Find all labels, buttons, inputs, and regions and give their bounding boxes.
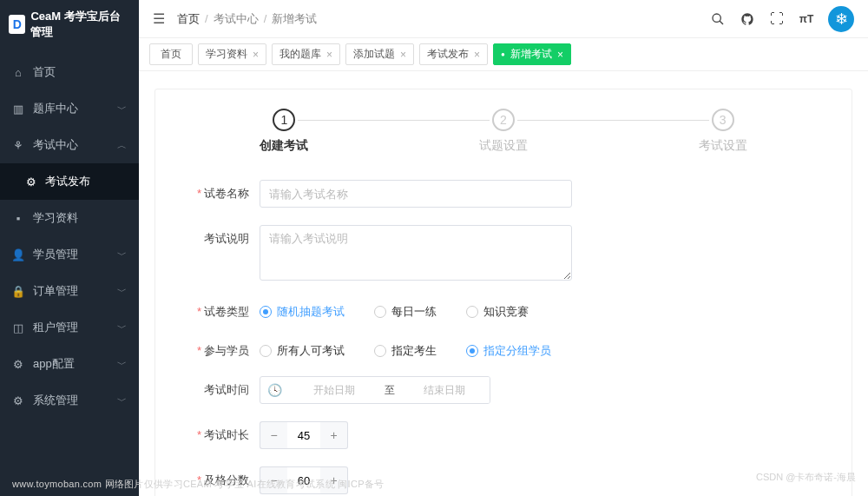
tab-new-exam[interactable]: ●新增考试× xyxy=(493,43,571,65)
chevron-down-icon: ﹀ xyxy=(117,394,127,407)
step-title: 创建考试 xyxy=(260,138,308,154)
main: ☰ 首页 / 考试中心 / 新增考试 ⛶ πT ❄ xyxy=(139,0,868,496)
tab-add-question[interactable]: 添加试题× xyxy=(345,43,414,65)
close-icon[interactable]: × xyxy=(253,49,259,61)
tab-home[interactable]: 首页 xyxy=(149,43,193,65)
step-circle: 1 xyxy=(273,109,295,131)
radio-icon xyxy=(466,345,478,357)
radio-group-students[interactable]: 指定分组学员 xyxy=(466,343,551,359)
pass-score-input[interactable] xyxy=(287,466,320,494)
radio-label: 每日一练 xyxy=(391,304,437,320)
sidebar-item-label: 题库中心 xyxy=(33,101,78,116)
sidebar-subitem-exam-publish[interactable]: ⚙ 考试发布 xyxy=(0,163,139,200)
gear-icon: ⚙ xyxy=(12,394,24,407)
sidebar-menu: ⌂首页 ▥题库中心 ﹀ ⚘考试中心 ︿ ⚙ 考试发布 ▪学习资料 👤学员管理 xyxy=(0,49,139,419)
radio-random-exam[interactable]: 随机抽题考试 xyxy=(260,304,345,320)
sidebar-item-label: 首页 xyxy=(33,64,56,80)
decrease-button[interactable]: − xyxy=(260,466,287,494)
end-date-input[interactable] xyxy=(400,377,490,403)
sidebar-item-label: app配置 xyxy=(33,356,75,372)
font-size-icon[interactable]: πT xyxy=(799,11,814,27)
label-exam-type: 试卷类型 xyxy=(187,298,260,320)
exam-icon: ⚘ xyxy=(12,139,24,151)
sidebar-item-home[interactable]: ⌂首页 xyxy=(0,54,139,90)
brand-logo-icon: D xyxy=(9,15,25,34)
search-icon[interactable] xyxy=(710,11,726,27)
sidebar-item-label: 学员管理 xyxy=(33,247,78,262)
radio-icon xyxy=(374,306,386,318)
clock-icon: 🕓 xyxy=(260,383,289,397)
close-icon[interactable]: × xyxy=(557,49,563,61)
collapse-sidebar-button[interactable]: ☰ xyxy=(153,10,165,27)
breadcrumb-home[interactable]: 首页 xyxy=(177,11,200,27)
radio-label: 知识竞赛 xyxy=(483,304,529,320)
radio-knowledge-contest[interactable]: 知识竞赛 xyxy=(466,304,529,320)
sidebar-item-label: 考试中心 xyxy=(33,137,78,153)
tab-label: 考试发布 xyxy=(427,47,469,62)
sidebar-item-label: 订单管理 xyxy=(33,283,78,299)
increase-button[interactable]: + xyxy=(320,466,348,494)
sidebar-item-app-config[interactable]: ⚙app配置 ﹀ xyxy=(0,346,139,382)
step-2[interactable]: 2 试题设置 xyxy=(394,109,614,154)
dashboard-icon: ⌂ xyxy=(12,66,24,78)
radio-all-can-exam[interactable]: 所有人可考试 xyxy=(260,343,345,359)
start-date-input[interactable] xyxy=(289,377,379,403)
date-range-picker[interactable]: 🕓 至 xyxy=(260,376,490,404)
avatar[interactable]: ❄ xyxy=(828,6,854,32)
sidebar-subitem-label: 考试发布 xyxy=(45,174,90,189)
sidebar-item-students[interactable]: 👤学员管理 ﹀ xyxy=(0,236,139,273)
chevron-up-icon: ︿ xyxy=(117,139,127,152)
label-participants: 参与学员 xyxy=(187,337,260,359)
radio-icon xyxy=(260,306,272,318)
brand: D CeaM 考学宝后台管理 xyxy=(0,0,139,49)
radio-icon xyxy=(260,345,272,357)
step-circle: 3 xyxy=(712,109,734,131)
chevron-down-icon: ﹀ xyxy=(117,358,127,371)
breadcrumb-sep: / xyxy=(264,12,267,25)
duration-input[interactable] xyxy=(287,421,320,449)
tab-exam-publish[interactable]: 考试发布× xyxy=(419,43,488,65)
breadcrumb-item[interactable]: 考试中心 xyxy=(214,11,259,27)
label-duration: 考试时长 xyxy=(187,421,260,443)
github-icon[interactable] xyxy=(740,11,755,27)
close-icon[interactable]: × xyxy=(474,49,480,61)
decrease-button[interactable]: − xyxy=(260,421,287,449)
duration-stepper: − + xyxy=(260,421,348,449)
sidebar-item-orders[interactable]: 🔒订单管理 ﹀ xyxy=(0,273,139,309)
chevron-down-icon: ﹀ xyxy=(117,103,127,116)
radio-label: 指定考生 xyxy=(391,343,437,359)
step-1[interactable]: 1 创建考试 xyxy=(174,109,394,154)
increase-button[interactable]: + xyxy=(320,421,348,449)
radio-specific-candidates[interactable]: 指定考生 xyxy=(374,343,437,359)
topbar: ☰ 首页 / 考试中心 / 新增考试 ⛶ πT ❄ xyxy=(139,0,868,38)
close-icon[interactable]: × xyxy=(400,49,406,61)
gear-icon: ⚙ xyxy=(26,175,36,188)
users-icon: 👤 xyxy=(12,248,24,261)
building-icon: ◫ xyxy=(12,321,24,334)
close-icon[interactable]: × xyxy=(326,49,332,61)
tab-my-question-bank[interactable]: 我的题库× xyxy=(272,43,340,65)
step-circle: 2 xyxy=(492,109,515,131)
chevron-down-icon: ﹀ xyxy=(117,321,127,334)
tab-label: 新增考试 xyxy=(510,47,552,62)
sidebar-item-system[interactable]: ⚙系统管理 ﹀ xyxy=(0,382,139,419)
chevron-down-icon: ﹀ xyxy=(117,248,127,261)
content: 1 创建考试 2 试题设置 3 考试设置 xyxy=(139,71,868,496)
exam-desc-textarea[interactable] xyxy=(260,225,572,281)
exam-name-input[interactable] xyxy=(260,180,572,208)
fullscreen-icon[interactable]: ⛶ xyxy=(769,11,785,27)
create-exam-form: 试卷名称 考试说明 试卷类型 随机抽题考试 每日一练 知识竞赛 xyxy=(174,180,832,496)
breadcrumb: 首页 / 考试中心 / 新增考试 xyxy=(177,11,317,27)
tab-label: 学习资料 xyxy=(206,47,247,62)
step-title: 试题设置 xyxy=(479,138,528,154)
label-pass-score: 及格分数 xyxy=(187,466,260,488)
sidebar-item-materials[interactable]: ▪学习资料 xyxy=(0,200,139,236)
chart-icon: ▪ xyxy=(12,212,24,224)
tab-materials[interactable]: 学习资料× xyxy=(198,43,266,65)
sidebar-item-tenants[interactable]: ◫租户管理 ﹀ xyxy=(0,309,139,346)
svg-point-0 xyxy=(713,14,720,22)
step-3[interactable]: 3 考试设置 xyxy=(613,109,832,154)
sidebar-item-exam-center[interactable]: ⚘考试中心 ︿ xyxy=(0,127,139,163)
sidebar-item-question-bank[interactable]: ▥题库中心 ﹀ xyxy=(0,90,139,127)
radio-daily-practice[interactable]: 每日一练 xyxy=(374,304,437,320)
